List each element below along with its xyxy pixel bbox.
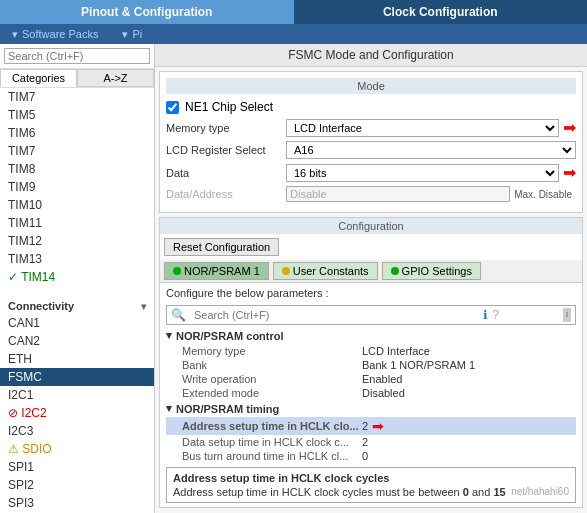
tab-nor-psram1[interactable]: NOR/PSRAM 1 <box>164 262 269 280</box>
info-box: Address setup time in HCLK clock cycles … <box>166 467 576 503</box>
list-item-tim14[interactable]: TIM14 <box>0 268 154 286</box>
sidebar-search-input[interactable] <box>4 48 150 64</box>
dot-green-icon <box>173 267 181 275</box>
data-row: Data 16 bits ➡ <box>166 163 576 182</box>
list-item-spi1[interactable]: SPI1 <box>0 458 154 476</box>
list-item[interactable]: TIM11 <box>0 214 154 232</box>
clock-config-label: Clock Configuration <box>383 5 498 19</box>
data-address-input[interactable] <box>286 186 510 202</box>
arrow-red-icon: ➡ <box>563 118 576 137</box>
ne1-label: NE1 Chip Select <box>185 100 273 114</box>
tab2-label: User Constants <box>293 265 369 277</box>
info-icon: ℹ <box>483 308 488 322</box>
mode-section: Mode NE1 Chip Select Memory type LCD Int… <box>159 71 583 213</box>
config-section: Configuration Reset Configuration NOR/PS… <box>159 217 583 508</box>
info-box-text: Address setup time in HCLK clock cycles … <box>173 486 569 498</box>
reset-config-button[interactable]: Reset Configuration <box>164 238 279 256</box>
nor-timing-label: NOR/PSRAM timing <box>176 403 279 415</box>
list-item[interactable]: TIM10 <box>0 196 154 214</box>
memory-type-row: Memory type LCD Interface ➡ <box>166 118 576 137</box>
connectivity-toggle-icon: ▾ <box>141 301 146 312</box>
sidebar-tabs: Categories A->Z <box>0 69 154 88</box>
memory-type-select[interactable]: LCD Interface <box>286 119 559 137</box>
list-item-spi3[interactable]: SPI3 <box>0 494 154 512</box>
pinout-config-header[interactable]: Pinout & Configuration <box>0 0 294 24</box>
pi-label: Pi <box>132 28 142 40</box>
nor-timing-header[interactable]: ▾ NOR/PSRAM timing <box>166 400 576 417</box>
tim-list: TIM7 TIM5 TIM6 TIM7 TIM8 TIM9 TIM10 TIM1… <box>0 88 154 286</box>
bank-tree-row: Bank Bank 1 NOR/PSRAM 1 <box>166 358 576 372</box>
list-item[interactable]: TIM12 <box>0 232 154 250</box>
tab-categories[interactable]: Categories <box>0 69 77 87</box>
list-item-can2[interactable]: CAN2 <box>0 332 154 350</box>
fsmc-title: FSMC Mode and Configuration <box>155 44 587 67</box>
list-item-i2c3[interactable]: I2C3 <box>0 422 154 440</box>
list-item[interactable]: TIM7 <box>0 88 154 106</box>
list-item[interactable]: TIM7 <box>0 142 154 160</box>
pi-nav[interactable]: ▾ Pi <box>110 24 154 44</box>
ne1-checkbox[interactable] <box>166 101 179 114</box>
clock-config-header[interactable]: Clock Configuration <box>294 0 588 24</box>
az-label: A->Z <box>103 72 127 84</box>
data-select[interactable]: 16 bits <box>286 164 559 182</box>
max-disable-label: Max. Disable <box>514 189 572 200</box>
help-icon: ? <box>492 308 499 322</box>
list-item[interactable]: TIM5 <box>0 106 154 124</box>
list-item-eth[interactable]: ETH <box>0 350 154 368</box>
sidebar: ⚙ Categories A->Z TIM7 TIM5 TIM6 TIM7 TI… <box>0 44 155 513</box>
tab1-label: NOR/PSRAM 1 <box>184 265 260 277</box>
nor-control-label: NOR/PSRAM control <box>176 330 284 342</box>
tab-az[interactable]: A->Z <box>77 69 154 87</box>
data-address-row: Data/Address Max. Disable <box>166 186 576 202</box>
extended-tree-row: Extended mode Disabled <box>166 386 576 400</box>
config-title: Configuration <box>160 218 582 234</box>
sidebar-search-bar: ⚙ <box>0 44 154 69</box>
software-packs-label: Software Packs <box>22 28 98 40</box>
list-item-sdio[interactable]: SDIO <box>0 440 154 458</box>
nor-control-header[interactable]: ▾ NOR/PSRAM control <box>166 327 576 344</box>
data-setup-tree-row: Data setup time in HCLK clock c... 2 <box>166 435 576 449</box>
list-item-can1[interactable]: CAN1 <box>0 314 154 332</box>
data-label: Data <box>166 167 286 179</box>
dot-yellow-icon <box>282 267 290 275</box>
main-content: FSMC Mode and Configuration Mode NE1 Chi… <box>155 44 587 513</box>
expand-icon: i <box>563 308 571 322</box>
arrow-red-addr-icon: ➡ <box>372 418 384 434</box>
arrow-red-data-icon: ➡ <box>563 163 576 182</box>
tab3-label: GPIO Settings <box>402 265 472 277</box>
connectivity-list: CAN1 CAN2 ETH FSMC I2C1 I2C2 I2C3 SDIO S… <box>0 314 154 513</box>
tree-section: ▾ NOR/PSRAM control Memory type LCD Inte… <box>160 327 582 463</box>
params-title: Configure the below parameters : <box>160 283 582 303</box>
addr-setup-tree-row[interactable]: Address setup time in HCLK clo... 2 ➡ <box>166 417 576 435</box>
list-item[interactable]: TIM6 <box>0 124 154 142</box>
dot-green2-icon <box>391 267 399 275</box>
ne1-row: NE1 Chip Select <box>166 100 576 114</box>
list-item[interactable]: TIM13 <box>0 250 154 268</box>
lcd-register-label: LCD Register Select <box>166 144 286 156</box>
chevron-icon: ▾ <box>166 329 172 342</box>
memory-type-tree-row: Memory type LCD Interface <box>166 344 576 358</box>
params-search-input[interactable] <box>190 307 479 323</box>
list-item[interactable]: TIM8 <box>0 160 154 178</box>
params-search-icons: ℹ ? i <box>479 306 575 324</box>
info-box-title: Address setup time in HCLK clock cycles <box>173 472 569 484</box>
tab-gpio-settings[interactable]: GPIO Settings <box>382 262 481 280</box>
chevron2-icon: ▾ <box>166 402 172 415</box>
search-icon: 🔍 <box>167 308 190 322</box>
list-item-fsmc[interactable]: FSMC <box>0 368 154 386</box>
mode-title: Mode <box>166 78 576 94</box>
list-item[interactable]: TIM9 <box>0 178 154 196</box>
lcd-register-select[interactable]: A16 <box>286 141 576 159</box>
list-item-spi2[interactable]: SPI2 <box>0 476 154 494</box>
tab-user-constants[interactable]: User Constants <box>273 262 378 280</box>
bus-turn-tree-row: Bus turn around time in HCLK cl... 0 <box>166 449 576 463</box>
watermark-text: net/hahahi60 <box>511 486 569 497</box>
list-item-i2c2[interactable]: I2C2 <box>0 404 154 422</box>
params-search-bar: 🔍 ℹ ? i <box>166 305 576 325</box>
connectivity-section-header[interactable]: Connectivity ▾ <box>0 296 154 314</box>
pinout-config-label: Pinout & Configuration <box>81 5 212 19</box>
software-packs-nav[interactable]: ▾ Software Packs <box>0 24 110 44</box>
write-op-tree-row: Write operation Enabled <box>166 372 576 386</box>
list-item-i2c1[interactable]: I2C1 <box>0 386 154 404</box>
memory-type-label: Memory type <box>166 122 286 134</box>
